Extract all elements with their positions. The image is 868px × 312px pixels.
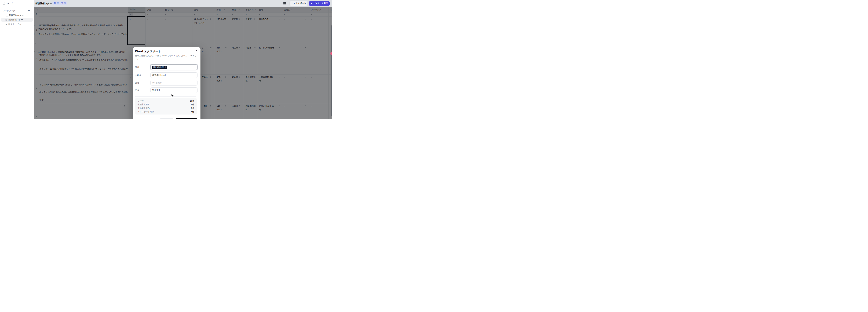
download-arrow-icon: ↓ — [291, 2, 293, 5]
modal-title: Word エクスポート — [135, 49, 161, 53]
close-icon[interactable]: × — [195, 49, 197, 52]
name-field[interactable]: 冨永拓也 — [151, 88, 197, 93]
date-field[interactable]: 2026年3月1日 — [151, 64, 197, 70]
department-field-label: 部署 — [135, 82, 139, 84]
workbook-section-label: ワークブック — [3, 9, 15, 12]
stat-target-label: エクスポート対象 — [137, 110, 154, 113]
menu-icon[interactable] — [283, 2, 286, 4]
name-field-label: 氏名 — [135, 89, 139, 92]
company-field-value: 株式会社Leach — [152, 74, 166, 77]
department-field-placeholder: 例: 営業部 — [152, 81, 162, 84]
active-table-label: 新規開拓レター — [8, 19, 23, 21]
new-table-label: 新規テーブル — [8, 23, 21, 26]
plus-icon: + — [5, 23, 8, 26]
name-field-value: 冨永拓也 — [152, 89, 160, 92]
folder-count-badge: 1 — [27, 14, 29, 17]
export-stats-box: 全行数 16件 手紙生成済み 4件 手動選択済み 0件 エクスポート対象 4件 — [135, 98, 197, 114]
stat-target-value: 4件 — [191, 110, 194, 113]
sidebar-item-new-table[interactable]: + 新規テーブル — [0, 23, 34, 27]
sidebar-divider — [0, 8, 34, 8]
app-root: ホーム ワークブック + 新規開拓レター… 1 新規開拓レター + 新規テーブル — [0, 0, 332, 119]
date-field-label: 日付 — [135, 66, 139, 69]
page-title: 新規開拓レター — [35, 2, 52, 5]
department-field[interactable]: 例: 営業部 — [151, 80, 197, 85]
stat-total-label: 全行数 — [137, 100, 144, 102]
sidebar-item-home[interactable]: ホーム — [3, 2, 13, 5]
folder-label: 新規開拓レター… — [9, 14, 26, 17]
stat-generated-label: 手紙生成済み — [137, 103, 150, 106]
modal-subtitle-line2: ます。 — [135, 58, 141, 61]
sidebar-home-label: ホーム — [7, 2, 13, 5]
play-icon: ▶ — [311, 3, 312, 4]
modal-subtitle-line1: 差出人情報を入力し、手紙を Word ファイルとしてダウンロードし — [135, 55, 197, 57]
company-field[interactable]: 株式会社Leach — [151, 72, 197, 78]
folder-icon — [6, 14, 8, 17]
export-button[interactable]: ↓ エクスポート — [289, 1, 308, 6]
stat-total-value: 16件 — [190, 100, 194, 102]
enrich-button-label: エンリッチ実行 — [313, 2, 328, 5]
company-field-label: 会社名 — [135, 74, 141, 77]
chevron-down-icon — [2, 15, 5, 16]
modal-divider — [135, 96, 196, 97]
modal-cancel-button[interactable] — [159, 118, 174, 119]
sidebar-active-row[interactable]: 新規開拓レター — [0, 18, 34, 22]
stat-manual-label: 手動選択済み — [137, 107, 150, 110]
topbar: 新規開拓レター 16 行 · 25 列 ↓ エクスポート ▶ エンリッチ実行 — [34, 0, 332, 7]
stat-generated-value: 4件 — [191, 103, 194, 106]
export-button-label: エクスポート — [293, 2, 306, 5]
sidebar: ホーム ワークブック + 新規開拓レター… 1 新規開拓レター + 新規テーブル — [0, 0, 34, 119]
modal-export-button[interactable] — [175, 118, 198, 119]
vertical-scrollbar[interactable] — [331, 25, 332, 116]
document-icon — [5, 19, 8, 21]
run-enrich-button[interactable]: ▶ エンリッチ実行 — [309, 1, 330, 6]
word-export-modal: × Word エクスポート 差出人情報を入力し、手紙を Word ファイルとして… — [133, 47, 200, 119]
date-field-value: 2026年3月1日 — [152, 66, 167, 69]
sidebar-item-folder[interactable]: 新規開拓レター… 1 — [0, 13, 34, 18]
add-workbook-button[interactable]: + — [28, 9, 30, 12]
stat-manual-value: 0件 — [191, 107, 194, 110]
home-icon — [3, 2, 5, 5]
mouse-cursor — [171, 94, 174, 98]
row-col-count-badge: 16 行 · 25 列 — [52, 1, 67, 5]
